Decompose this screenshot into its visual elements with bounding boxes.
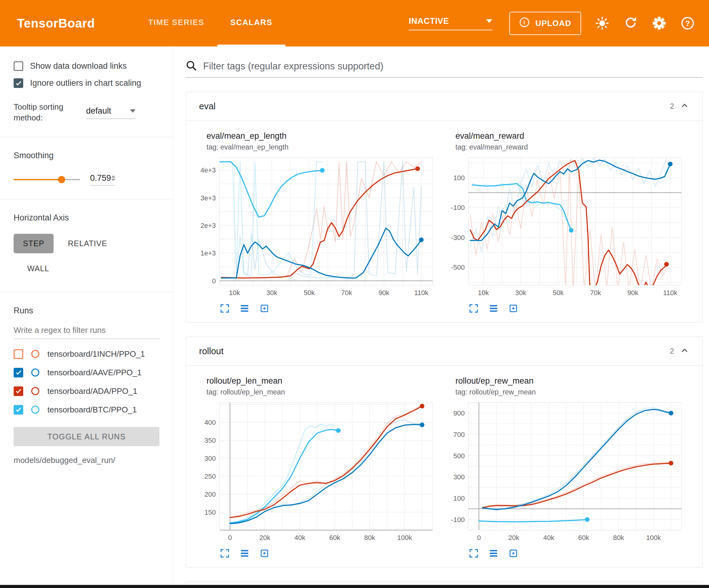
checkbox-icon[interactable] <box>14 61 23 71</box>
horizontal-axis-options: STEP RELATIVE <box>14 234 173 253</box>
run-color-ring-icon <box>31 406 39 414</box>
app-title: TensorBoard <box>17 17 95 30</box>
upload-button[interactable]: i UPLOAD <box>509 12 581 35</box>
section-card-eval: eval 2 eval/mean_ep_length tag: eval/mea… <box>186 92 703 323</box>
chart-card: eval/mean_reward tag: eval/mean_reward 1… <box>444 131 689 314</box>
tooltip-sorting-select[interactable]: default <box>86 106 136 119</box>
status-dropdown-value: INACTIVE <box>409 17 449 26</box>
svg-text:40k: 40k <box>543 534 554 541</box>
chart-tag: tag: eval/mean_ep_length <box>207 143 440 151</box>
svg-text:90k: 90k <box>627 289 638 297</box>
checkbox-label: Ignore outliers in chart scaling <box>30 78 141 88</box>
section-header-rollout[interactable]: rollout 2 <box>186 337 703 365</box>
section-header-eval[interactable]: eval 2 <box>186 92 703 121</box>
tooltip-sorting-value: default <box>86 106 111 116</box>
section-title: rollout <box>199 346 224 356</box>
scalar-chart[interactable]: 020k40k60k80k100k900700500300100-100 <box>444 399 686 544</box>
svg-text:0: 0 <box>212 277 216 285</box>
section-header-time[interactable]: time <box>186 582 703 585</box>
scalar-chart[interactable]: 10k30k50k70k90k110k100-100-300-500 <box>444 154 686 300</box>
status-dropdown[interactable]: INACTIVE <box>409 17 492 30</box>
brightness-icon[interactable] <box>595 16 610 31</box>
smoothing-value-input[interactable]: 0.759 <box>90 173 115 185</box>
svg-text:-500: -500 <box>451 263 465 271</box>
svg-text:100: 100 <box>453 174 465 182</box>
toggle-all-runs-button[interactable]: TOGGLE ALL RUNS <box>14 427 159 446</box>
runs-filter-input[interactable] <box>14 326 159 335</box>
svg-text:10k: 10k <box>478 289 489 297</box>
run-row[interactable]: tensorboard/AAVE/PPO_1 <box>14 363 173 382</box>
section-body-eval: eval/mean_ep_length tag: eval/mean_ep_le… <box>186 121 703 322</box>
gear-icon[interactable] <box>652 16 666 31</box>
run-label: tensorboard/1INCH/PPO_1 <box>47 349 145 359</box>
tag-filter-input[interactable] <box>203 61 703 72</box>
run-row[interactable]: tensorboard/1INCH/PPO_1 <box>14 344 173 363</box>
chart-title: rollout/ep_len_mean <box>207 376 440 386</box>
ignore-outliers-checkbox[interactable]: Ignore outliers in chart scaling <box>14 78 173 88</box>
checkbox-icon[interactable] <box>14 78 23 88</box>
chevron-down-icon <box>486 19 492 23</box>
axis-option-wall[interactable]: WALL <box>18 259 58 278</box>
help-icon[interactable]: ? <box>680 16 695 31</box>
run-checkbox[interactable] <box>14 368 23 378</box>
svg-text:20k: 20k <box>508 534 520 541</box>
svg-text:100: 100 <box>453 494 465 502</box>
refresh-icon[interactable] <box>623 16 638 31</box>
chevron-down-icon <box>130 109 136 113</box>
data-table-icon[interactable] <box>239 548 250 559</box>
svg-text:?: ? <box>685 19 690 28</box>
run-color-ring-icon <box>31 350 39 358</box>
tag-filter-field[interactable] <box>186 60 703 78</box>
tooltip-sorting-label: Tooltip sorting method: <box>14 102 76 123</box>
fullscreen-icon[interactable] <box>219 303 230 314</box>
svg-text:300: 300 <box>204 455 216 462</box>
runs-filter-field[interactable] <box>14 326 159 339</box>
axis-option-relative[interactable]: RELATIVE <box>58 234 116 253</box>
data-table-icon[interactable] <box>488 548 499 559</box>
svg-text:10k: 10k <box>229 289 240 297</box>
search-icon <box>186 60 197 73</box>
chevron-up-icon[interactable] <box>680 101 689 112</box>
section-title: eval <box>199 101 215 111</box>
chart-card: rollout/ep_rew_mean tag: rollout/ep_rew_… <box>444 376 689 559</box>
svg-text:900: 900 <box>453 409 465 417</box>
tab-scalars[interactable]: SCALARS <box>217 0 286 47</box>
tab-time-series[interactable]: TIME SERIES <box>135 0 217 47</box>
fit-domain-icon[interactable] <box>259 303 270 314</box>
smoothing-slider[interactable] <box>14 179 80 180</box>
svg-text:50k: 50k <box>304 289 315 297</box>
run-checkbox[interactable] <box>14 349 23 359</box>
fit-domain-icon[interactable] <box>508 548 519 559</box>
svg-text:0: 0 <box>228 534 232 541</box>
fit-domain-icon[interactable] <box>508 303 519 314</box>
run-row[interactable]: tensorboard/BTC/PPO_1 <box>14 400 173 419</box>
run-row[interactable]: tensorboard/ADA/PPO_1 <box>14 382 173 400</box>
run-color-ring-icon <box>31 387 39 395</box>
data-table-icon[interactable] <box>239 303 250 314</box>
svg-text:60k: 60k <box>578 534 589 541</box>
settings-sidebar: Show data download links Ignore outliers… <box>0 47 174 585</box>
run-label: tensorboard/AAVE/PPO_1 <box>47 368 141 378</box>
axis-option-step[interactable]: STEP <box>14 234 54 253</box>
tab-bar: TIME SERIES SCALARS <box>135 0 285 47</box>
scalar-chart[interactable]: 10k30k50k70k90k110k01e+32e+33e+34e+3 <box>195 154 437 300</box>
fullscreen-icon[interactable] <box>468 548 479 559</box>
section-count: 2 <box>670 102 674 110</box>
fullscreen-icon[interactable] <box>468 303 479 314</box>
fullscreen-icon[interactable] <box>219 548 230 559</box>
fit-domain-icon[interactable] <box>259 548 270 559</box>
slider-thumb[interactable] <box>58 176 65 183</box>
svg-text:80k: 80k <box>364 534 375 541</box>
chevron-up-icon[interactable] <box>680 346 689 357</box>
svg-text:250: 250 <box>204 472 216 480</box>
run-checkbox[interactable] <box>14 386 23 396</box>
data-table-icon[interactable] <box>488 303 499 314</box>
scalar-chart[interactable]: 020k40k60k80k100k400350300250200150 <box>195 399 437 544</box>
section-card-rollout: rollout 2 rollout/ep_len_mean tag: rollo… <box>186 337 703 567</box>
chart-tag: tag: rollout/ep_len_mean <box>207 388 440 397</box>
svg-text:70k: 70k <box>590 289 601 297</box>
section-body-rollout: rollout/ep_len_mean tag: rollout/ep_len_… <box>186 365 703 567</box>
run-checkbox[interactable] <box>14 405 23 415</box>
show-download-links-checkbox[interactable]: Show data download links <box>14 61 173 71</box>
number-stepper-icon[interactable] <box>111 175 115 181</box>
